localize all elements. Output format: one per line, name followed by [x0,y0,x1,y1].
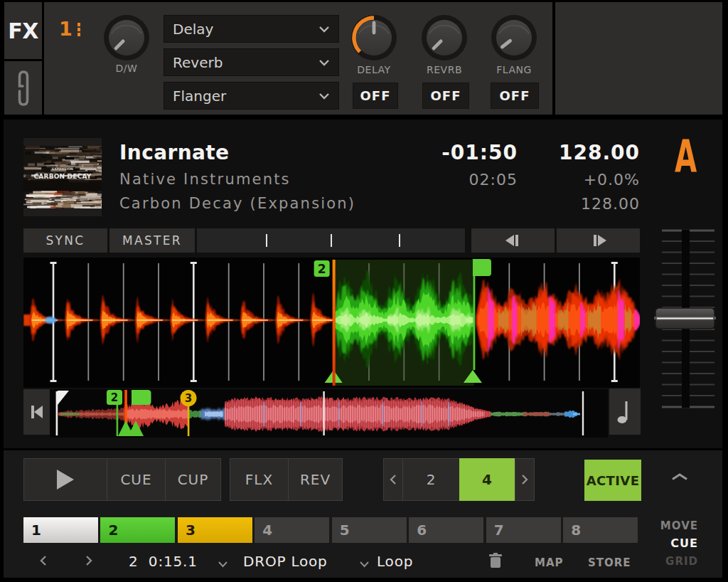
fx-dry-wet-label: D/W [102,63,151,74]
fx-flanger-knob[interactable] [490,14,538,65]
cue-type-value[interactable]: Loop [377,553,413,570]
hotcue-cell-7[interactable]: 7 [486,517,561,543]
fx-delay-state: OFF [360,88,391,103]
beatjump-forward-icon [589,235,608,246]
sync-label: SYNC [46,233,85,248]
loop-size-increase-button[interactable] [515,458,535,501]
fx-slot-3-select[interactable]: Flanger [164,82,339,110]
fx-slot-2-select[interactable]: Reverb [164,48,339,76]
cue-type-dropdown-chevron[interactable] [359,557,370,571]
fx-dry-wet-knob[interactable] [102,14,151,65]
chevron-down-icon [318,92,330,100]
prev-cue-button[interactable] [36,554,51,571]
base-bpm: 128.00 [533,195,640,213]
fx-flanger-on-off-button[interactable]: OFF [491,83,539,109]
fx-unit-menu-dots-icon [77,23,80,36]
fx-assign-icon [13,70,34,107]
loop-size-decrease-button[interactable] [383,458,403,501]
stripe-overview[interactable]: 23 [50,389,608,438]
fx-delay-knob[interactable] [350,14,398,65]
fx-slot-3-value: Flanger [173,88,226,105]
cue-label: CUE [120,471,151,488]
tempo-offset: +0.0% [533,171,640,189]
cover-art[interactable]: EXPANSION CARBON DECAY [23,138,102,216]
fx-reverb-on-off-button[interactable]: OFF [422,83,469,109]
beatjump-forward-button[interactable] [557,228,640,253]
hotcue-cell-8[interactable]: 8 [563,517,638,543]
traktor-deck-window: FX 1 D/W Delay Reverb Flanger [0,0,728,582]
reverse-button[interactable]: REV [288,458,343,501]
stripe-hotcue-3-label: 3 [185,392,192,405]
hotcue-cell-label: 6 [417,522,427,539]
cup-label: CUP [178,471,209,488]
next-cue-button[interactable] [81,554,97,571]
hotcue-cell-2[interactable]: 2 [100,517,175,543]
tab-cue[interactable]: CUE [640,536,698,550]
fx-unit-selector[interactable]: 1 [59,18,80,40]
loop-size-2-label: 2 [427,471,437,488]
cue-number: 2 [129,553,139,570]
beatjump-back-icon [504,235,523,246]
cue-button[interactable]: CUE [107,458,166,501]
flux-button[interactable]: FLX [230,458,289,501]
cue-name-field[interactable]: DROP Loop [243,553,328,570]
bpm-display: 128.00 [533,141,640,164]
master-label: MASTER [122,233,182,248]
track-artist: Native Instruments [119,171,291,188]
fx-delay-on-off-button[interactable]: OFF [353,83,398,109]
hotcue-cell-label: 2 [108,522,118,539]
advanced-panel-collapse-button[interactable] [668,471,691,485]
master-button[interactable]: MASTER [109,228,195,253]
fx-unit-number: 1 [59,18,73,40]
beatjump-back-button[interactable] [471,228,555,253]
time-elapsed: 02:05 [411,171,518,189]
chevron-left-icon [390,474,397,485]
fx-slot-1-value: Delay [173,21,213,38]
fx-unit-2-panel [555,2,722,115]
fx-panel-tab[interactable]: FX [4,2,42,59]
map-button[interactable]: MAP [535,556,564,569]
cup-button[interactable]: CUP [165,458,221,501]
sync-button[interactable]: SYNC [23,228,107,253]
fx-slot-1-select[interactable]: Delay [164,15,339,43]
fx-flanger-state: OFF [500,88,530,103]
tempo-fader[interactable] [654,226,722,433]
key-lock-button[interactable] [609,388,641,435]
skip-to-start-button[interactable] [23,389,50,435]
cover-expansion-text: EXPANSION [52,167,73,171]
hotcue-cell-label: 1 [31,522,41,539]
waveform-display[interactable]: 2 [23,258,640,388]
play-button[interactable] [23,458,107,501]
cue-name-dropdown-chevron[interactable] [218,557,228,571]
fx-slot-2-value: Reverb [173,54,223,71]
music-note-icon [617,400,633,424]
tab-move[interactable]: MOVE [640,519,698,532]
cover-art-image: EXPANSION CARBON DECAY [23,138,102,216]
stripe-hotcue-2-label: 2 [111,391,118,404]
flux-label: FLX [245,471,273,488]
hotcue-cell-6[interactable]: 6 [409,517,483,543]
hotcue-cell-label: 5 [340,522,350,539]
hotcue-cell-4[interactable]: 4 [255,517,329,543]
play-icon [55,468,76,491]
fx-snap-tile[interactable] [4,61,42,115]
loop-size-2-cell[interactable]: 2 [402,458,460,501]
fx-reverb-knob[interactable] [420,14,469,65]
hotcue-cell-3[interactable]: 3 [178,517,252,543]
loop-active-button[interactable]: ACTIVE [584,460,641,501]
delete-cue-button[interactable] [486,551,505,573]
hotcue-cell-1[interactable]: 1 [23,517,98,543]
hotcue-cell-5[interactable]: 5 [332,517,407,543]
loop-size-4-cell-selected[interactable]: 4 [459,458,515,501]
tab-grid[interactable]: GRID [640,555,698,568]
chevron-right-icon [521,474,528,485]
store-button[interactable]: STORE [588,556,631,569]
track-album: Carbon Decay (Expansion) [119,195,355,212]
cue-position-display: 2 0:15.1 [129,553,198,570]
wave-hotcue-2-label: 2 [318,262,326,276]
reverse-label: REV [300,471,331,488]
deck-letter[interactable]: A [675,130,697,182]
trash-icon [486,551,505,570]
cover-title-text: CARBON DECAY [34,173,92,180]
hotcue-cell-label: 4 [262,522,272,539]
